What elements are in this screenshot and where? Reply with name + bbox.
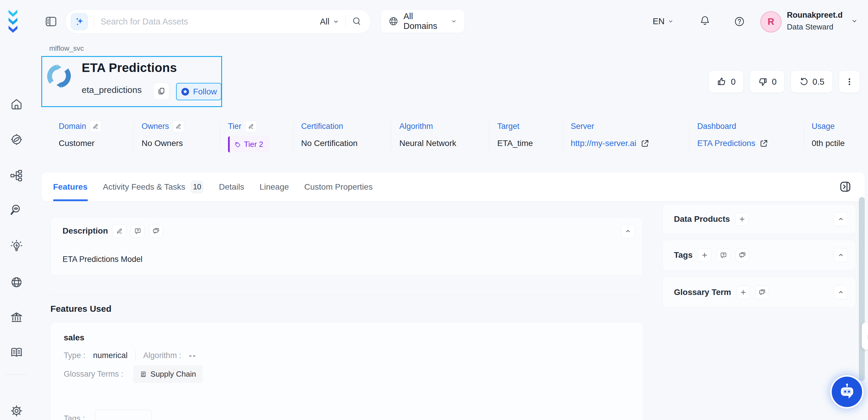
nav-insights[interactable] — [10, 239, 23, 253]
dashboard-link[interactable]: ETA Predictions — [697, 139, 768, 148]
version-button[interactable]: 0.5 — [791, 71, 832, 93]
server-link[interactable]: http://my-server.ai — [571, 139, 649, 148]
follow-star-icon — [181, 87, 190, 96]
user-menu-chevron[interactable] — [850, 17, 858, 25]
downvote-button[interactable]: 0 — [750, 71, 784, 93]
nav-home[interactable] — [10, 97, 23, 111]
tab-lineage[interactable]: Lineage — [259, 182, 289, 192]
dashboard-label: Dashboard — [697, 122, 736, 131]
app-logo[interactable] — [8, 9, 27, 34]
language-dropdown[interactable]: EN — [653, 0, 674, 42]
open-book-icon — [10, 346, 23, 359]
feature-algorithm-label: Algorithm : — [143, 351, 181, 360]
meta-usage: Usage 0th pctile — [812, 120, 845, 148]
upvote-button[interactable]: 0 — [709, 71, 743, 93]
meta-divider — [804, 121, 804, 151]
search-submit-button[interactable] — [351, 16, 362, 27]
nav-govern[interactable] — [10, 311, 23, 324]
book-icon — [140, 371, 147, 378]
description-card: Description ETA Predictions Model — [51, 217, 643, 276]
panel-right-icon — [838, 180, 852, 193]
edge-peek-widget[interactable] — [862, 322, 868, 350]
owners-label: Owners — [142, 122, 169, 131]
description-conversations-icon[interactable] — [149, 224, 163, 238]
server-value: http://my-server.ai — [571, 139, 637, 148]
globe-icon — [10, 275, 23, 289]
robot-icon — [838, 383, 856, 401]
tab-features[interactable]: Features — [53, 182, 88, 192]
copy-name-button[interactable] — [153, 83, 169, 100]
collapse-description-button[interactable] — [621, 224, 635, 238]
nav-observability[interactable] — [10, 204, 23, 217]
nav-settings[interactable] — [10, 404, 23, 418]
collapse-data-products-button[interactable] — [834, 212, 848, 226]
domain-value[interactable]: Customer — [59, 139, 101, 148]
user-info[interactable]: Rounakpreet.d Data Steward — [787, 11, 846, 32]
tab-activity[interactable]: Activity Feeds & Tasks 10 — [103, 181, 204, 193]
edit-tier-button[interactable] — [245, 120, 257, 132]
request-description-icon[interactable] — [131, 224, 145, 238]
search-input[interactable] — [100, 17, 320, 27]
collapse-glossary-term-button[interactable] — [834, 285, 848, 299]
search-scope-dropdown[interactable]: All — [320, 17, 339, 27]
feature-name: sales — [64, 333, 84, 342]
data-products-title: Data Products — [674, 214, 730, 224]
edit-domain-button[interactable] — [90, 120, 101, 132]
tab-custom-properties[interactable]: Custom Properties — [304, 182, 373, 192]
meta-divider — [489, 121, 489, 151]
breadcrumb[interactable]: mlflow_svc — [49, 44, 84, 53]
help-button[interactable] — [733, 16, 746, 28]
request-tags-icon[interactable] — [717, 248, 730, 262]
description-text: ETA Predictions Model — [63, 255, 143, 264]
add-data-product-button[interactable] — [735, 212, 749, 226]
lightbulb-icon — [10, 239, 23, 253]
collapse-tags-button[interactable] — [834, 248, 848, 262]
history-icon — [799, 77, 808, 86]
collapse-right-panel-button[interactable] — [838, 180, 852, 194]
global-search-bar[interactable]: All — [65, 9, 371, 34]
tags-conversations-icon[interactable] — [736, 248, 749, 262]
meta-tier: Tier Tier 2 — [228, 120, 269, 152]
bell-icon — [699, 15, 711, 28]
user-avatar[interactable]: R — [761, 11, 782, 32]
edit-owners-button[interactable] — [173, 120, 184, 132]
dashboard-value: ETA Predictions — [697, 139, 755, 148]
usage-label: Usage — [812, 122, 835, 131]
glossary-conversations-icon[interactable] — [755, 286, 769, 299]
add-tag-button[interactable] — [698, 248, 711, 262]
target-value: ETA_time — [497, 139, 533, 148]
meta-algorithm: Algorithm Neural Network — [399, 120, 456, 148]
feature-type-label: Type : — [64, 351, 86, 360]
tab-details[interactable]: Details — [219, 182, 244, 192]
flow-icon — [10, 169, 23, 182]
left-sidebar — [0, 44, 33, 420]
all-domains-dropdown[interactable]: All Domains — [381, 9, 465, 33]
add-glossary-term-button[interactable] — [737, 286, 750, 299]
ai-spark-button[interactable] — [71, 13, 88, 30]
search-icon — [351, 16, 362, 27]
notifications-button[interactable] — [699, 15, 711, 28]
feature-glossary-label: Glossary Terms : — [64, 369, 123, 379]
add-tag-chip[interactable] — [95, 410, 152, 420]
chevron-down-icon — [668, 18, 674, 25]
meta-dashboard: Dashboard ETA Predictions — [697, 120, 768, 148]
kebab-icon — [845, 77, 854, 86]
nav-explore[interactable] — [10, 133, 23, 146]
edit-description-button[interactable] — [113, 224, 126, 238]
nav-glossary[interactable] — [10, 346, 23, 359]
tier-chip[interactable]: Tier 2 — [228, 136, 269, 152]
nav-lineage[interactable] — [10, 169, 23, 182]
chat-bot-button[interactable] — [832, 377, 862, 407]
chevron-down-icon — [451, 18, 457, 25]
follow-button[interactable]: Follow — [176, 83, 221, 100]
tag-icon — [235, 141, 241, 148]
search-divider-2 — [345, 15, 346, 28]
nav-domains[interactable] — [10, 275, 23, 289]
glossary-term-chip[interactable]: Supply Chain — [133, 365, 203, 383]
sidebar-toggle-button[interactable] — [44, 15, 58, 28]
glossary-term-card: Glossary Term — [662, 277, 856, 308]
more-actions-button[interactable] — [839, 71, 860, 93]
upvote-count: 0 — [731, 77, 736, 87]
description-title: Description — [63, 226, 108, 236]
page-scrollbar-thumb[interactable] — [859, 197, 865, 381]
